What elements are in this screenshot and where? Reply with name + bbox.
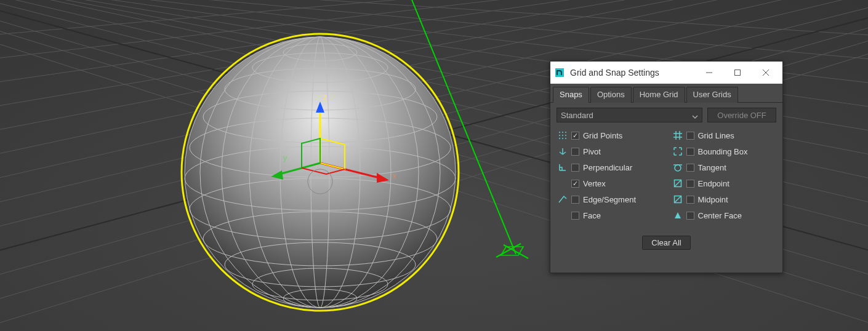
checkbox[interactable] [571, 196, 579, 204]
checkbox[interactable] [686, 164, 694, 172]
opt-tangent[interactable]: Tangent [672, 161, 777, 174]
dropdown-value: Standard [561, 111, 593, 120]
option-label: Center Face [698, 211, 742, 220]
opt-perpendicular[interactable]: Perpendicular [557, 161, 662, 174]
snap-type-dropdown[interactable]: Standard [557, 108, 702, 122]
clear-all-button[interactable]: Clear All [642, 236, 690, 250]
tangent-icon [672, 163, 684, 172]
svg-point-71 [562, 138, 563, 139]
opt-edge-segment[interactable]: Edge/Segment [557, 193, 662, 206]
svg-point-70 [559, 138, 560, 139]
option-label: Edge/Segment [583, 195, 636, 204]
tabs: Snaps Options Home Grid User Grids [550, 84, 782, 103]
titlebar[interactable]: Grid and Snap Settings [550, 62, 782, 84]
center-face-icon [672, 211, 684, 220]
tab-options[interactable]: Options [590, 87, 632, 103]
edge-icon [557, 195, 569, 204]
svg-line-83 [675, 180, 681, 186]
opt-grid-lines[interactable]: Grid Lines [672, 129, 777, 142]
bounding-box-icon [672, 147, 684, 156]
svg-point-64 [559, 132, 560, 133]
axis-z-label: z [323, 93, 327, 102]
svg-point-65 [562, 132, 563, 133]
close-button[interactable] [752, 62, 780, 84]
midpoint-icon [672, 195, 684, 204]
app-icon [553, 66, 566, 79]
option-label: Vertex [583, 179, 606, 188]
button-label: Override OFF [717, 111, 766, 120]
axis-y-label: y [283, 154, 287, 162]
opt-vertex[interactable]: Vertex [557, 177, 662, 190]
opt-pivot[interactable]: Pivot [557, 145, 662, 158]
opt-bounding-box[interactable]: Bounding Box [672, 145, 777, 158]
option-label: Midpoint [698, 195, 728, 204]
opt-endpoint[interactable]: Endpoint [672, 177, 777, 190]
option-label: Pivot [583, 147, 601, 156]
option-label: Grid Points [583, 131, 622, 140]
tab-label: Home Grid [640, 90, 678, 99]
tab-label: Options [597, 90, 625, 99]
checkbox[interactable] [571, 212, 579, 220]
dialog-title: Grid and Snap Settings [570, 68, 695, 78]
grid-points-icon [557, 131, 569, 140]
tab-user-grids[interactable]: User Grids [686, 87, 738, 103]
tab-snaps[interactable]: Snaps [553, 87, 589, 103]
opt-midpoint[interactable]: Midpoint [672, 193, 777, 206]
svg-point-72 [565, 138, 566, 139]
option-label: Bounding Box [698, 147, 748, 156]
chevron-down-icon [692, 113, 698, 122]
option-label: Tangent [698, 163, 726, 172]
grid-snap-settings-dialog[interactable]: Grid and Snap Settings Snaps Options Hom… [550, 61, 783, 273]
svg-point-69 [565, 135, 566, 136]
opt-center-face[interactable]: Center Face [672, 209, 777, 222]
checkbox[interactable] [686, 148, 694, 156]
checkbox[interactable] [571, 180, 579, 188]
checkbox[interactable] [686, 212, 694, 220]
override-button[interactable]: Override OFF [707, 108, 776, 122]
option-label: Face [583, 211, 601, 220]
option-label: Endpoint [698, 179, 729, 188]
grid-lines-icon [672, 131, 684, 140]
endpoint-icon [672, 179, 684, 188]
opt-face[interactable]: Face [557, 209, 662, 222]
tab-label: User Grids [693, 90, 731, 99]
option-label: Perpendicular [583, 163, 632, 172]
maximize-button[interactable] [723, 62, 752, 84]
snaps-panel: Standard Override OFF Grid Points Grid L… [550, 103, 782, 256]
checkbox[interactable] [571, 164, 579, 172]
opt-grid-points[interactable]: Grid Points [557, 129, 662, 142]
perpendicular-icon [557, 163, 569, 172]
checkbox[interactable] [686, 196, 694, 204]
svg-point-67 [559, 135, 560, 136]
tab-label: Snaps [560, 90, 582, 99]
svg-point-66 [565, 132, 566, 133]
checkbox[interactable] [571, 148, 579, 156]
minimize-button[interactable] [695, 62, 723, 84]
svg-point-68 [562, 135, 563, 136]
svg-line-85 [675, 196, 681, 202]
checkbox[interactable] [686, 132, 694, 140]
svg-point-80 [675, 165, 681, 171]
tab-home-grid[interactable]: Home Grid [633, 87, 685, 103]
checkbox[interactable] [686, 180, 694, 188]
option-label: Grid Lines [698, 131, 734, 140]
axis-x-label: x [393, 172, 396, 180]
svg-marker-86 [675, 212, 681, 218]
button-label: Clear All [651, 238, 681, 247]
svg-rect-61 [735, 70, 741, 76]
pivot-icon [557, 147, 569, 156]
checkbox[interactable] [571, 132, 579, 140]
